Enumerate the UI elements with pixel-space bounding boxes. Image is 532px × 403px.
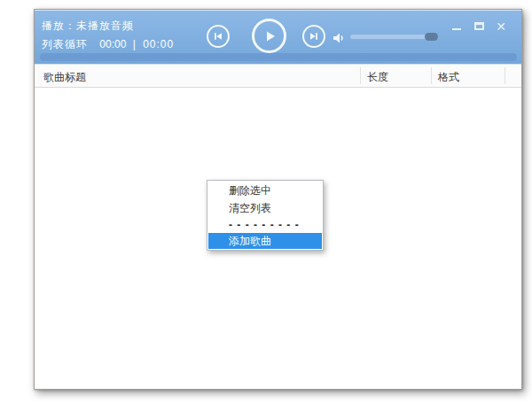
time-divider: | (133, 38, 137, 50)
menu-item-clear-list[interactable]: 清空列表 (208, 199, 322, 217)
context-menu: 删除选中 清空列表 - - - - - - - - - 添加歌曲 (207, 180, 324, 251)
volume-icon[interactable] (332, 32, 346, 44)
now-playing-label: 播放：未播放音频 (42, 19, 174, 34)
column-header-length[interactable]: 长度 (367, 70, 388, 85)
column-header-song-title[interactable]: 歌曲标题 (43, 70, 86, 85)
column-divider (431, 67, 432, 84)
minimize-icon (452, 28, 461, 30)
volume-slider-thumb[interactable] (425, 33, 438, 41)
desktop-background: 播放：未播放音频 列表循环 00:00 | 00:00 (0, 0, 532, 403)
maximize-button[interactable] (471, 19, 487, 34)
menu-separator: - - - - - - - - - (208, 217, 322, 233)
time-elapsed: 00:00 (99, 38, 126, 50)
titlebar[interactable]: 播放：未播放音频 列表循环 00:00 | 00:00 (35, 10, 521, 65)
playback-status-line: 列表循环 00:00 | 00:00 (42, 37, 174, 52)
playlist-header-row: 歌曲标题 长度 格式 (35, 65, 521, 88)
next-track-button[interactable] (302, 25, 325, 48)
play-mode-label[interactable]: 列表循环 (42, 38, 88, 50)
minimize-button[interactable] (449, 19, 465, 34)
close-icon: ✕ (496, 20, 506, 33)
music-player-window: 播放：未播放音频 列表循环 00:00 | 00:00 (34, 9, 522, 390)
play-icon (261, 29, 278, 43)
column-divider (505, 67, 505, 84)
maximize-icon (474, 22, 484, 30)
column-divider (360, 67, 361, 84)
volume-slider[interactable] (350, 35, 438, 39)
time-total: 00:00 (143, 38, 174, 50)
menu-item-delete-selected[interactable]: 删除选中 (208, 182, 322, 199)
play-button[interactable] (252, 19, 286, 53)
previous-track-button[interactable] (207, 25, 230, 48)
menu-item-add-song[interactable]: 添加歌曲 (208, 233, 322, 249)
skip-next-icon (309, 31, 319, 42)
seek-progress-bar[interactable] (40, 53, 517, 61)
column-header-format[interactable]: 格式 (438, 70, 459, 85)
playback-info: 播放：未播放音频 列表循环 00:00 | 00:00 (42, 19, 174, 52)
close-button[interactable]: ✕ (493, 19, 509, 34)
skip-previous-icon (213, 31, 223, 42)
window-controls: ✕ (449, 19, 509, 34)
